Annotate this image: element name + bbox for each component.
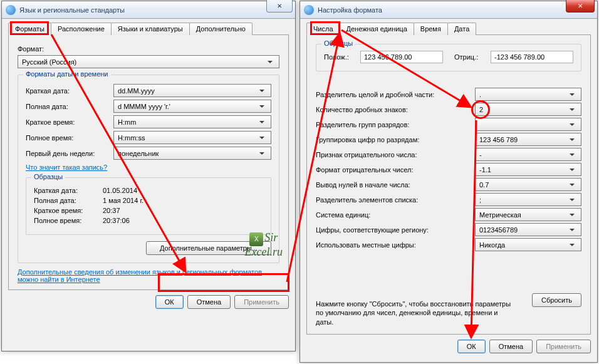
number-format-row: Формат отрицательных чисел:-1.1 [316,163,581,176]
field-dropdown[interactable] [475,118,581,131]
field-dropdown[interactable]: Никогда [475,238,581,251]
reset-hint: Нажмите кнопку "Сбросить", чтобы восстан… [316,299,516,326]
cancel-button[interactable]: Отмена [489,340,533,353]
sample-value: 20:37:06 [103,217,263,224]
globe-icon [6,5,16,15]
group-legend: Форматы даты и времени [23,70,111,78]
chevron-down-icon [566,103,577,115]
ok-button[interactable]: ОК [155,295,184,309]
chevron-down-icon [566,148,577,160]
more-info-link[interactable]: Дополнительные сведения об изменении язы… [18,268,262,283]
field-label: Первый день недели: [26,150,113,157]
number-format-row: Цифры, соответствующие региону:012345678… [316,223,581,236]
field-label: Краткое время: [26,118,113,126]
field-dropdown[interactable]: H:mm:ss [113,131,271,144]
format-row: Краткое время:H:mm [26,115,271,128]
tab-date[interactable]: Дата [447,23,476,35]
reset-button[interactable]: Сбросить [532,293,581,307]
chevron-down-icon [566,239,577,251]
sample-value: 01.05.2014 [103,187,263,194]
tab-formats[interactable]: Форматы [8,23,51,35]
field-label: Цифры, соответствующие региону: [316,226,475,234]
number-format-row: Разделитель целой и дробной части:. [316,88,581,101]
chevron-down-icon [566,164,577,175]
tab-content: Образцы Полож.: 123 456 789.00 Отриц.: -… [306,35,591,335]
date-time-formats-group: Форматы даты и времени Краткая дата:dd.M… [18,75,279,263]
field-label: Формат отрицательных чисел: [316,166,475,174]
window-title: Язык и региональные стандарты [19,6,125,14]
field-dropdown[interactable]: d MMMM yyyy 'г.' [113,100,271,113]
samples-group: Образцы Полож.: 123 456 789.00 Отриц.: -… [316,44,581,71]
negative-label: Отриц.: [454,53,486,61]
number-format-row: Вывод нулей в начале числа:0.7 [316,178,581,191]
group-legend: Образцы [321,39,355,47]
format-row: Полное время:H:mm:ss [26,131,271,144]
tab-location[interactable]: Расположение [51,23,112,35]
positive-label: Полож.: [324,53,355,61]
field-label: Разделитель групп разрядов: [316,121,475,128]
apply-button[interactable]: Применить [536,340,591,353]
field-dropdown[interactable]: - [475,148,581,161]
chevron-down-icon [256,116,267,128]
number-format-row: Признак отрицательного числа:- [316,148,581,161]
chevron-down-icon [264,56,275,68]
tab-numbers[interactable]: Числа [306,23,340,35]
close-button[interactable]: ✕ [566,0,595,13]
apply-button[interactable]: Применить [234,295,289,309]
negative-sample: -123 456 789.00 [491,51,573,63]
what-means-link[interactable]: Что значит такая запись? [26,164,107,171]
format-row: Первый день недели:понедельник [26,147,271,160]
field-label: Группировка цифр по разрядам: [316,136,475,143]
chevron-down-icon [566,179,577,190]
field-dropdown[interactable]: 2 [475,103,581,116]
field-dropdown[interactable]: Метрическая [475,208,581,221]
format-row: Краткая дата:dd.MM.yyyy [26,84,271,97]
format-dropdown[interactable]: Русский (Россия) [18,55,279,68]
sample-label: Краткая дата: [34,187,103,194]
chevron-down-icon [256,147,267,159]
chevron-down-icon [566,224,577,236]
tab-keyboards[interactable]: Языки и клавиатуры [111,23,190,35]
ok-button[interactable]: ОК [457,340,486,353]
field-dropdown[interactable]: ; [475,193,581,206]
field-dropdown[interactable]: 0.7 [475,178,581,191]
field-dropdown[interactable]: H:mm [113,115,271,128]
titlebar[interactable]: Язык и региональные стандарты ✕ [2,1,295,19]
chevron-down-icon [566,88,577,100]
cancel-button[interactable]: Отмена [187,295,231,309]
tab-currency[interactable]: Денежная единица [340,23,414,35]
number-format-row: Количество дробных знаков:2 [316,103,581,116]
field-label: Использовать местные цифры: [316,241,475,249]
number-format-row: Система единиц:Метрическая [316,208,581,221]
chevron-down-icon [256,132,267,143]
number-format-row: Использовать местные цифры:Никогда [316,238,581,251]
field-dropdown[interactable]: dd.MM.yyyy [113,84,271,97]
field-dropdown[interactable]: . [475,88,581,101]
chevron-down-icon [566,118,577,130]
tab-additional[interactable]: Дополнительно [189,23,253,35]
sample-row: Краткая дата:01.05.2014 [34,187,263,194]
number-format-row: Разделитель групп разрядов: [316,118,581,131]
number-format-row: Группировка цифр по разрядам:123 456 789 [316,133,581,146]
chevron-down-icon [566,133,577,145]
positive-sample: 123 456 789.00 [360,51,443,63]
group-legend: Образцы [31,173,65,180]
field-dropdown[interactable]: 123 456 789 [475,133,581,146]
field-label: Краткая дата: [26,87,113,95]
field-dropdown[interactable]: понедельник [113,147,271,160]
field-label: Полная дата: [26,103,113,110]
format-settings-dialog: Настройка формата ✕ Числа Денежная едини… [300,1,598,363]
samples-group: Образцы Краткая дата:01.05.2014Полная да… [26,177,271,235]
format-row: Полная дата:d MMMM yyyy 'г.' [26,100,271,113]
sample-row: Краткое время:20:37 [34,207,263,214]
close-button[interactable]: ✕ [266,0,293,13]
field-label: Разделитель целой и дробной части: [316,91,475,98]
sample-value: 1 мая 2014 г. [103,197,263,204]
field-dropdown[interactable]: -1.1 [475,163,581,176]
field-dropdown[interactable]: 0123456789 [475,223,581,236]
tab-time[interactable]: Время [414,23,448,35]
field-label: Система единиц: [316,211,475,219]
chevron-down-icon [256,100,267,112]
titlebar[interactable]: Настройка формата ✕ [300,1,597,19]
globe-icon [304,5,314,15]
